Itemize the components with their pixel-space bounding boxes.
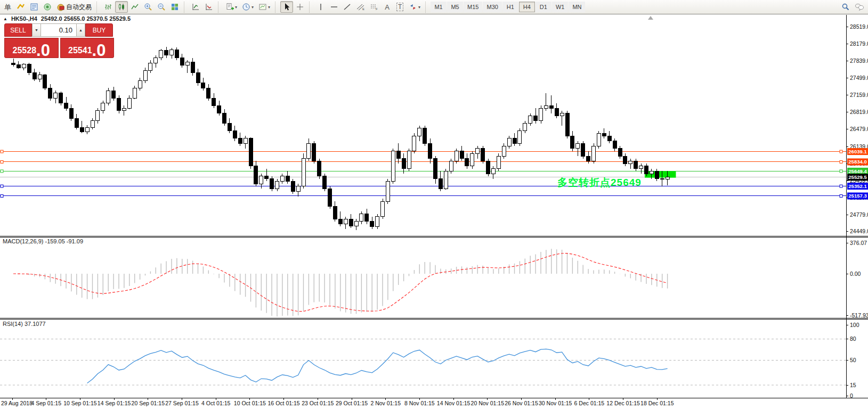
hline-handle[interactable] xyxy=(840,160,842,163)
periods-button[interactable]: ▾ xyxy=(240,1,256,13)
text-label-tool-button[interactable]: T xyxy=(394,1,406,13)
timeframe-m15-button[interactable]: M15 xyxy=(464,2,482,12)
candle-body xyxy=(75,118,78,127)
hline-handle[interactable] xyxy=(840,170,842,173)
buy-button[interactable]: BUY xyxy=(85,23,113,37)
candle-body xyxy=(428,143,432,158)
candle-body xyxy=(38,75,42,79)
autotrading-icon xyxy=(56,3,65,11)
timeframe-w1-button[interactable]: W1 xyxy=(552,2,569,12)
candle-body xyxy=(555,108,558,116)
hline-handle[interactable] xyxy=(1,185,3,187)
buy-price-box[interactable]: 25541 .0 xyxy=(60,38,115,58)
chart-text-annotation[interactable]: 多空转折点25649 xyxy=(557,176,642,190)
date-axis[interactable]: 29 Aug 20184 Sep 01:1510 Sep 01:1514 Sep… xyxy=(1,398,674,407)
text-tool-button[interactable]: A xyxy=(381,1,393,13)
profiles-button[interactable] xyxy=(14,1,27,13)
timeframe-d1-button[interactable]: D1 xyxy=(536,2,551,12)
candle-body xyxy=(17,65,20,68)
triangle-up-icon: ▲ xyxy=(79,28,83,32)
zoom-out-button[interactable] xyxy=(155,1,168,13)
indicator-windows-button[interactable] xyxy=(202,1,215,13)
candle-body xyxy=(597,133,601,146)
indicators-button[interactable] xyxy=(189,1,202,13)
hline-handle[interactable] xyxy=(1,194,3,197)
volume-decrease-button[interactable]: ▼ xyxy=(32,23,41,37)
candle-body xyxy=(449,161,453,171)
axis-tick-label: 0.00 xyxy=(850,271,861,277)
highlight-rectangle[interactable] xyxy=(645,171,676,177)
arrows-tool-button[interactable]: ▾ xyxy=(407,1,423,13)
candle-body xyxy=(344,219,347,224)
zoom-in-button[interactable] xyxy=(142,1,155,13)
line-chart-button[interactable] xyxy=(128,1,141,13)
sell-button[interactable]: SELL xyxy=(4,23,32,37)
fibonacci-button[interactable]: F xyxy=(368,1,380,13)
add-indicator-button[interactable]: ▾ xyxy=(223,1,239,13)
candle-body xyxy=(434,159,437,179)
candle-body xyxy=(312,143,316,161)
rsi-line xyxy=(87,349,668,383)
timeframe-mn-button[interactable]: MN xyxy=(569,2,585,12)
new-order-button[interactable]: 单 xyxy=(2,1,14,13)
autotrading-button[interactable]: 自动交易 xyxy=(54,1,94,13)
candle-body xyxy=(360,214,363,222)
axis-tick-label: 0 xyxy=(850,392,853,399)
hline-handle[interactable] xyxy=(1,160,3,163)
hline-handle[interactable] xyxy=(1,150,3,153)
market-watch-button[interactable] xyxy=(28,1,40,13)
date-axis-label: 14 Nov 01:15 xyxy=(437,400,470,406)
macd-indicator xyxy=(13,249,668,316)
equidistant-channel-button[interactable]: E xyxy=(354,1,367,13)
candle-body xyxy=(634,161,638,168)
horizontal-line-button[interactable] xyxy=(328,1,340,13)
tile-windows-button[interactable] xyxy=(168,1,181,13)
hline-handle[interactable] xyxy=(840,150,842,153)
main-toolbar: 单 自动交易 ▾ ▾ xyxy=(0,0,868,14)
bar-chart-button[interactable] xyxy=(102,1,115,13)
hline-handle[interactable] xyxy=(840,185,842,187)
chat-button[interactable] xyxy=(853,1,866,13)
candle-body xyxy=(138,80,142,88)
zoom-in-icon xyxy=(144,3,152,11)
trend-line-button[interactable] xyxy=(341,1,354,13)
volume-increase-button[interactable]: ▲ xyxy=(76,23,85,37)
cursor-button[interactable] xyxy=(280,1,293,13)
line-chart-icon xyxy=(131,3,139,11)
hline-handle[interactable] xyxy=(840,194,842,197)
candle-body xyxy=(645,166,648,174)
candle-body xyxy=(513,138,516,143)
candle-body xyxy=(470,153,474,166)
hline-handle[interactable] xyxy=(1,170,3,173)
search-button[interactable] xyxy=(839,1,852,13)
volume-input[interactable] xyxy=(41,23,76,37)
toolbar-separator xyxy=(184,2,186,13)
candle-body xyxy=(418,128,421,136)
navigator-button[interactable] xyxy=(41,1,54,13)
timeframe-m5-button[interactable]: M5 xyxy=(447,2,463,12)
candle-body xyxy=(539,108,543,121)
templates-button[interactable]: ▾ xyxy=(256,1,272,13)
candle-body xyxy=(444,171,448,189)
price-chart-canvas[interactable]: 28519.028179.027839.027499.027159.026819… xyxy=(0,14,868,409)
candle-body xyxy=(259,176,263,184)
search-icon xyxy=(841,3,850,11)
crosshair-button[interactable] xyxy=(294,1,306,13)
timeframe-m30-button[interactable]: M30 xyxy=(483,2,501,12)
timeframe-h4-button[interactable]: H4 xyxy=(519,2,535,12)
horizontal-lines[interactable] xyxy=(0,150,846,197)
vertical-line-button[interactable] xyxy=(314,1,327,13)
autotrading-label: 自动交易 xyxy=(66,3,92,12)
timeframe-m1-button[interactable]: M1 xyxy=(431,2,447,12)
candle-body xyxy=(423,128,427,143)
sell-price-box[interactable]: 25528 .0 xyxy=(4,38,59,58)
candlestick-chart-button[interactable] xyxy=(115,1,128,13)
price-axis[interactable]: 28519.028179.027839.027499.027159.026819… xyxy=(846,23,868,399)
zoom-out-icon xyxy=(157,3,166,11)
candle-body xyxy=(491,169,495,174)
chart-collapse-icon[interactable]: ▲ xyxy=(3,17,7,21)
candle-body xyxy=(534,116,538,120)
timeframe-h1-button[interactable]: H1 xyxy=(502,2,518,12)
chart-shift-marker-icon[interactable] xyxy=(648,16,653,20)
candle-body xyxy=(43,75,47,88)
